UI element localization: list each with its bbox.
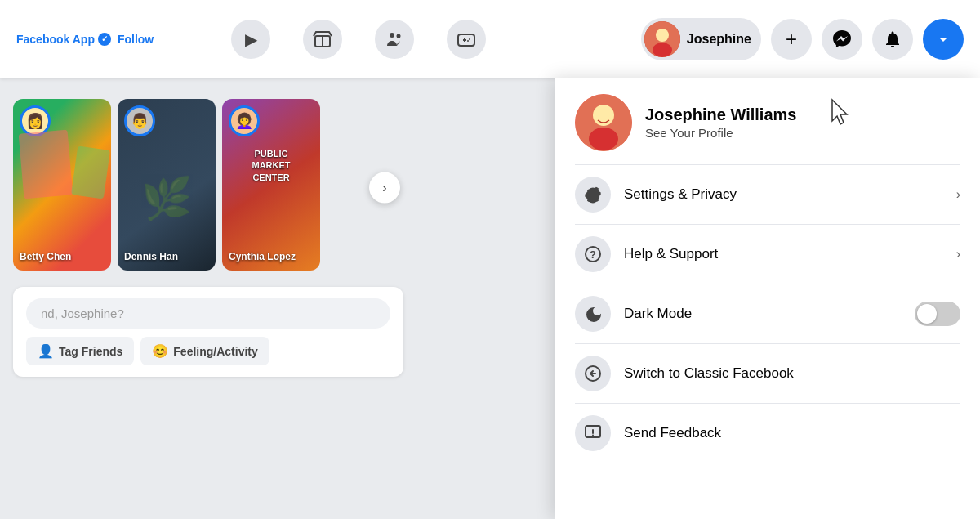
composer-actions: 👤 Tag Friends 😊 Feeling/Activity xyxy=(26,337,390,365)
profile-avatar xyxy=(575,94,632,151)
classic-menu-item[interactable]: Switch to Classic Facebook xyxy=(555,344,980,403)
gaming-nav-btn[interactable] xyxy=(447,20,486,59)
user-name-pill-text: Josephine xyxy=(687,32,751,47)
svg-point-11 xyxy=(653,43,672,57)
composer-input[interactable]: nd, Josephine? xyxy=(26,298,390,329)
friends-nav-btn[interactable] xyxy=(375,20,414,59)
settings-icon xyxy=(575,177,611,213)
settings-menu-item[interactable]: Settings & Privacy › xyxy=(555,165,980,224)
dark-mode-label: Dark Mode xyxy=(624,306,902,322)
feeling-label: Feeling/Activity xyxy=(173,345,257,358)
svg-point-20 xyxy=(592,435,594,436)
account-button[interactable] xyxy=(923,19,964,60)
messenger-button[interactable] xyxy=(822,19,862,60)
help-chevron: › xyxy=(956,247,960,262)
verified-badge: ✓ xyxy=(98,33,111,46)
svg-point-8 xyxy=(467,40,469,42)
feedback-icon xyxy=(575,415,611,451)
story-avatar-2: 👨 xyxy=(124,105,155,136)
story-card-3[interactable]: 👩‍🦱 PUBLICMARKETCENTER Cynthia Lopez xyxy=(222,99,320,271)
app-container: Facebook App ✓ Follow ▶ xyxy=(0,0,980,519)
stories-row: 👩 Betty Chen 👨 Dennis Han 🌿 👩‍🦱 PUBLICMA… xyxy=(0,86,416,277)
profile-full-name: Josephine Williams xyxy=(645,105,960,124)
svg-text:?: ? xyxy=(590,248,596,261)
navbar-right: Josephine + xyxy=(641,18,964,60)
profile-section[interactable]: Josephine Williams See Your Profile xyxy=(555,78,980,164)
story-name-3: Cynthia Lopez xyxy=(229,251,314,262)
settings-chevron: › xyxy=(956,187,960,202)
navbar: Facebook App ✓ Follow ▶ xyxy=(0,0,980,78)
tag-friends-label: Tag Friends xyxy=(59,345,122,358)
dark-mode-toggle[interactable] xyxy=(915,302,960,326)
svg-point-7 xyxy=(469,38,470,40)
svg-point-10 xyxy=(656,29,669,42)
svg-point-3 xyxy=(397,34,401,38)
app-name-text: Facebook App xyxy=(16,33,95,46)
help-icon: ? xyxy=(575,236,611,272)
composer-placeholder: nd, Josephine? xyxy=(41,306,124,320)
dark-mode-icon xyxy=(575,296,611,332)
classic-icon xyxy=(575,356,611,391)
svg-point-14 xyxy=(589,128,618,150)
svg-point-2 xyxy=(390,33,394,38)
user-profile-pill[interactable]: Josephine xyxy=(641,18,761,60)
classic-label: Switch to Classic Facebook xyxy=(624,365,960,382)
feeling-btn[interactable]: 😊 Feeling/Activity xyxy=(140,337,269,365)
dropdown-menu: Josephine Williams See Your Profile Sett… xyxy=(555,78,980,519)
feedback-menu-item[interactable]: Send Feedback xyxy=(555,404,980,463)
dark-mode-menu-item[interactable]: Dark Mode xyxy=(555,284,980,343)
story-name-1: Betty Chen xyxy=(20,251,105,262)
story-name-2: Dennis Han xyxy=(124,251,209,262)
watch-nav-btn[interactable]: ▶ xyxy=(231,20,270,59)
app-name-label: Facebook App ✓ Follow xyxy=(16,33,154,46)
add-button[interactable]: + xyxy=(771,19,812,60)
content-area: 👩 Betty Chen 👨 Dennis Han 🌿 👩‍🦱 PUBLICMA… xyxy=(0,78,416,519)
navbar-center: ▶ xyxy=(231,20,486,59)
navbar-left: Facebook App ✓ Follow xyxy=(16,33,154,46)
settings-label: Settings & Privacy xyxy=(624,186,943,203)
notifications-button[interactable] xyxy=(872,19,913,60)
follow-link[interactable]: Follow xyxy=(118,33,154,46)
see-profile-link[interactable]: See Your Profile xyxy=(645,126,960,140)
feedback-label: Send Feedback xyxy=(624,425,960,441)
story-card-2[interactable]: 👨 Dennis Han 🌿 xyxy=(118,99,216,271)
story-avatar-3: 👩‍🦱 xyxy=(229,105,260,136)
tag-friends-btn[interactable]: 👤 Tag Friends xyxy=(26,337,134,365)
story-card-1[interactable]: 👩 Betty Chen xyxy=(13,99,111,271)
post-composer: nd, Josephine? 👤 Tag Friends 😊 Feeling/A… xyxy=(13,287,403,377)
help-label: Help & Support xyxy=(624,246,943,262)
marketplace-nav-btn[interactable] xyxy=(303,20,342,59)
stories-next-btn[interactable]: › xyxy=(369,172,400,204)
help-menu-item[interactable]: ? Help & Support › xyxy=(555,225,980,284)
user-avatar-small xyxy=(644,21,680,57)
profile-info: Josephine Williams See Your Profile xyxy=(645,105,960,140)
